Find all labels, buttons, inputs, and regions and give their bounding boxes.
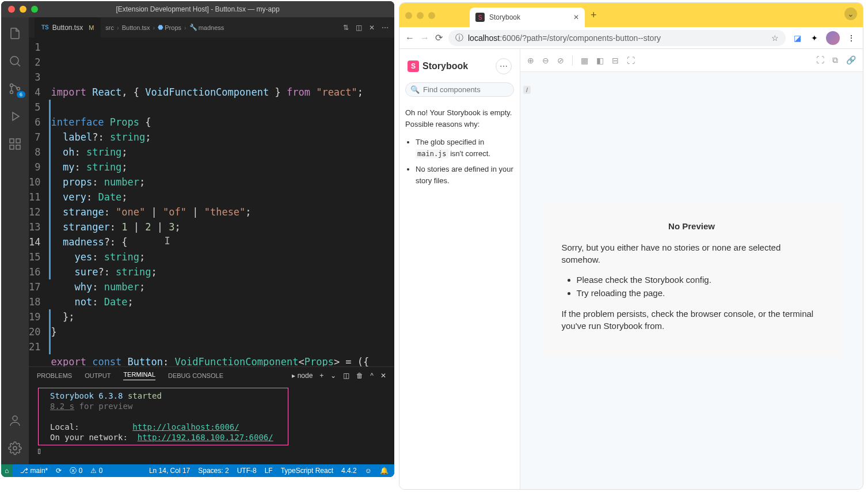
split-terminal-icon[interactable]: ◫ (343, 372, 349, 380)
breadcrumb-item[interactable]: Props (165, 24, 181, 31)
storybook-sidebar: S Storybook ⋯ 🔍 / Oh no! Your Storybook … (399, 49, 520, 489)
run-debug-icon[interactable] (1, 105, 29, 128)
panel-maximize-icon[interactable]: ^ (370, 372, 374, 380)
language-mode[interactable]: TypeScript React (281, 467, 333, 475)
breadcrumb-item[interactable]: Button.tsx (122, 24, 150, 31)
storybook-brand: S Storybook ⋯ (405, 55, 514, 82)
explorer-icon[interactable] (1, 22, 29, 45)
panel-tab-terminal[interactable]: TERMINAL (123, 371, 155, 380)
panel-tab-output[interactable]: OUTPUT (85, 372, 111, 379)
eol-info[interactable]: LF (265, 467, 273, 475)
ts-version[interactable]: 4.4.2 (341, 467, 357, 475)
editor-tab[interactable]: TS Button.tsx M (35, 17, 101, 37)
close-editor-icon[interactable]: ✕ (369, 24, 375, 32)
no-preview-panel: No Preview Sorry, but you either have no… (542, 204, 842, 357)
minimize-window-icon[interactable] (417, 12, 424, 19)
warnings-count[interactable]: ⚠ 0 (90, 467, 102, 475)
errors-count[interactable]: ⓧ 0 (70, 466, 82, 476)
feedback-icon[interactable]: ☺ (365, 467, 372, 475)
close-tab-icon[interactable]: ✕ (573, 13, 579, 21)
chrome-menu-icon[interactable]: ⋮ (846, 32, 857, 44)
background-icon[interactable]: ◧ (596, 56, 604, 65)
extension-icon[interactable]: ◪ (791, 32, 803, 44)
code-content[interactable]: 𝙸 import React, { VoidFunctionComponent … (51, 37, 394, 366)
terminal-link[interactable]: http://localhost:6006/ (132, 422, 239, 432)
more-actions-icon[interactable]: ⋯ (382, 24, 389, 32)
error-title: No Preview (562, 221, 822, 231)
maximize-window-icon[interactable] (428, 12, 435, 19)
tabstrip-menu-icon[interactable]: ⌄ (844, 7, 857, 20)
svg-point-3 (17, 88, 20, 90)
breadcrumb[interactable]: src Button.tsx ⬣Props 🔧madness (105, 24, 343, 31)
terminal-link[interactable]: http://192.168.100.127:6006/ (138, 433, 273, 442)
notifications-icon[interactable]: 🔔 (380, 467, 389, 475)
search-field[interactable] (423, 85, 520, 94)
address-bar[interactable]: ⓘ localhost:6006/?path=/story/components… (448, 30, 786, 46)
panel-tab-problems[interactable]: PROBLEMS (37, 372, 72, 379)
open-tab-icon[interactable]: ⧉ (832, 55, 838, 65)
reload-button[interactable]: ⟳ (435, 32, 443, 43)
minimize-window-icon[interactable] (20, 6, 26, 13)
panel-close-icon[interactable]: ✕ (380, 372, 386, 380)
site-info-icon[interactable]: ⓘ (455, 33, 463, 43)
editor-actions: ⇅ ◫ ✕ ⋯ (343, 24, 389, 32)
svg-point-1 (10, 84, 13, 87)
back-button[interactable]: ← (405, 33, 414, 43)
maximize-window-icon[interactable] (31, 6, 38, 13)
new-tab-button[interactable]: + (591, 9, 597, 21)
fullscreen-icon[interactable]: ⛶ (816, 55, 824, 65)
forward-button[interactable]: → (420, 33, 429, 43)
svg-point-2 (10, 91, 13, 94)
terminal-shell-label[interactable]: ▸ node (292, 372, 313, 380)
zoom-in-icon[interactable]: ⊕ (527, 56, 534, 65)
extensions-icon[interactable] (1, 133, 29, 156)
settings-gear-icon[interactable] (1, 437, 29, 460)
scm-icon[interactable]: 6 (1, 77, 29, 100)
breadcrumb-item[interactable]: madness (199, 24, 224, 31)
bottom-panel: PROBLEMS OUTPUT TERMINAL DEBUG CONSOLE ▸… (29, 366, 394, 464)
profile-avatar[interactable] (826, 31, 840, 45)
url-bar: ← → ⟳ ⓘ localhost:6006/?path=/story/comp… (399, 27, 863, 49)
status-bar: ⌂ ⎇ main* ⟳ ⓧ 0 ⚠ 0 Ln 14, Col 17 Spaces… (1, 464, 394, 477)
git-branch[interactable]: ⎇ main* (20, 467, 48, 475)
close-window-icon[interactable] (405, 12, 412, 19)
browser-tab[interactable]: S Storybook ✕ (470, 7, 585, 27)
tab-modified-indicator: M (89, 24, 94, 31)
sidebar-menu-button[interactable]: ⋯ (496, 58, 512, 74)
extension-icons: ◪ ✦ ⋮ (791, 31, 857, 45)
copy-link-icon[interactable]: 🔗 (846, 55, 856, 65)
terminal-output[interactable]: Storybook 6.3.8 started 8.2 s for previe… (29, 384, 394, 464)
compare-changes-icon[interactable]: ⇅ (343, 24, 349, 32)
find-components-input[interactable]: 🔍 / (405, 82, 514, 97)
typescript-icon: TS (41, 24, 49, 31)
terminal-prompt[interactable]: ▯ (37, 445, 386, 456)
zoom-reset-icon[interactable]: ⊘ (557, 56, 564, 65)
panel-tab-debug[interactable]: DEBUG CONSOLE (168, 372, 223, 379)
new-terminal-icon[interactable]: + (319, 372, 323, 380)
code-editor[interactable]: 123456789101112131415161718192021 𝙸 impo… (29, 37, 394, 366)
remote-indicator[interactable]: ⌂ (1, 464, 12, 477)
accounts-icon[interactable] (1, 409, 29, 432)
zoom-out-icon[interactable]: ⊖ (542, 56, 549, 65)
encoding-info[interactable]: UTF-8 (237, 467, 257, 475)
split-editor-icon[interactable]: ◫ (356, 24, 362, 32)
extensions-puzzle-icon[interactable]: ✦ (809, 32, 820, 44)
text-cursor-icon: 𝙸 (164, 233, 165, 244)
grid-icon[interactable]: ▦ (581, 56, 588, 65)
sync-icon[interactable]: ⟳ (56, 467, 62, 475)
panel-tabs: PROBLEMS OUTPUT TERMINAL DEBUG CONSOLE ▸… (29, 367, 394, 384)
browser-tabstrip: S Storybook ✕ + ⌄ (399, 3, 863, 27)
breadcrumb-item[interactable]: src (105, 24, 114, 31)
kill-terminal-icon[interactable]: 🗑 (356, 372, 363, 380)
close-window-icon[interactable] (8, 6, 15, 13)
viewport-icon[interactable]: ⊟ (612, 56, 619, 65)
terminal-dropdown-icon[interactable]: ⌄ (330, 372, 336, 380)
search-icon[interactable] (1, 50, 29, 73)
window-title: [Extension Development Host] - Button.ts… (116, 5, 279, 13)
measure-icon[interactable]: ⛶ (627, 56, 635, 65)
titlebar[interactable]: [Extension Development Host] - Button.ts… (1, 1, 394, 17)
indent-info[interactable]: Spaces: 2 (198, 467, 229, 475)
tab-bar: TS Button.tsx M src Button.tsx ⬣Props 🔧m… (29, 17, 394, 37)
bookmark-star-icon[interactable]: ☆ (771, 33, 779, 43)
cursor-position[interactable]: Ln 14, Col 17 (149, 467, 190, 475)
